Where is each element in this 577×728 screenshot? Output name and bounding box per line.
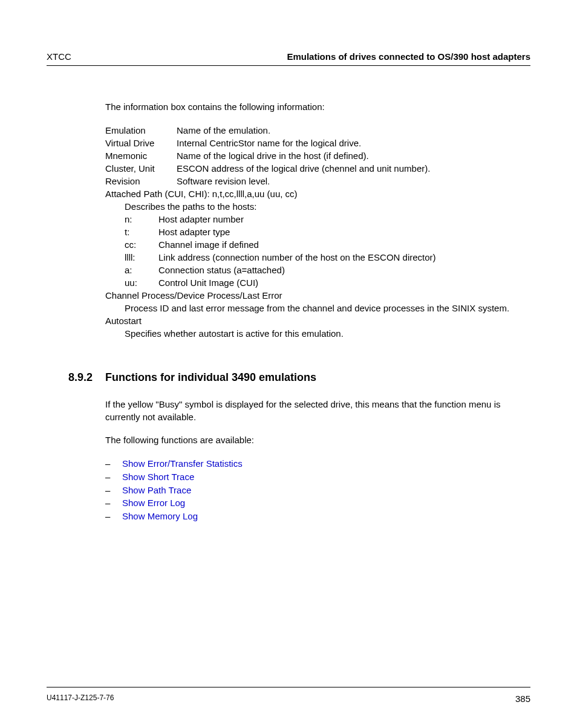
list-item: – Show Short Trace <box>105 470 530 484</box>
path-term: t: <box>125 226 158 238</box>
attached-path-line: Attached Path (CUI, CHI): n,t,cc,llll,a,… <box>105 187 530 200</box>
intro-paragraph: The information box contains the followi… <box>105 101 530 113</box>
path-desc: Host adapter type <box>158 226 530 238</box>
path-term: cc: <box>125 238 158 251</box>
section-title: Functions for individual 3490 emulations <box>105 371 316 384</box>
path-desc: Connection status (a=attached) <box>158 264 530 276</box>
header-right: Emulations of drives connected to OS/390… <box>287 51 530 62</box>
path-term: a: <box>125 264 158 276</box>
path-term-row: cc: Channel image if defined <box>125 238 530 251</box>
attached-path-intro: Describes the paths to the hosts: <box>125 200 530 213</box>
path-desc: Control Unit Image (CUI) <box>158 276 530 289</box>
link-show-memory-log[interactable]: Show Memory Log <box>122 510 198 523</box>
channel-process-line: Channel Process/Device Process/Last Erro… <box>105 289 530 302</box>
def-term: Cluster, Unit <box>105 162 177 175</box>
def-term: Virtual Drive <box>105 137 177 149</box>
path-desc: Channel image if defined <box>158 238 530 251</box>
path-term-row: n: Host adapter number <box>125 213 530 226</box>
def-desc: Name of the emulation. <box>177 124 530 137</box>
functions-intro: The following functions are available: <box>105 434 530 446</box>
link-show-path-trace[interactable]: Show Path Trace <box>122 484 191 497</box>
busy-paragraph: If the yellow "Busy" symbol is displayed… <box>105 398 530 423</box>
autostart-term: Autostart <box>105 314 530 327</box>
path-term-row: t: Host adapter type <box>125 226 530 238</box>
def-term: Revision <box>105 175 177 187</box>
channel-process-desc: Process ID and last error message from t… <box>105 302 530 314</box>
path-term-row: llll: Link address (connection number of… <box>125 251 530 264</box>
path-term: n: <box>125 213 158 226</box>
link-show-error-log[interactable]: Show Error Log <box>122 496 185 510</box>
path-term: llll: <box>125 251 158 264</box>
bullet-dash: – <box>105 457 122 470</box>
list-item: – Show Memory Log <box>105 510 530 523</box>
list-item: – Show Error Log <box>105 496 530 510</box>
def-desc: Name of the logical drive in the host (i… <box>177 149 530 162</box>
definition-list: Emulation Name of the emulation. Virtual… <box>105 124 530 340</box>
definition-row: Virtual Drive Internal CentricStor name … <box>105 137 530 149</box>
definition-row: Revision Software revision level. <box>105 175 530 187</box>
section-number: 8.9.2 <box>47 371 105 384</box>
path-term: uu: <box>125 276 158 289</box>
definition-row: Cluster, Unit ESCON address of the logic… <box>105 162 530 175</box>
header-left: XTCC <box>47 51 71 62</box>
autostart-desc: Specifies whether autostart is active fo… <box>105 327 530 340</box>
list-item: – Show Path Trace <box>105 484 530 497</box>
link-show-short-trace[interactable]: Show Short Trace <box>122 470 194 484</box>
link-show-error-transfer-statistics[interactable]: Show Error/Transfer Statistics <box>122 457 243 470</box>
def-desc: Software revision level. <box>177 175 530 187</box>
def-desc: ESCON address of the logical drive (chen… <box>177 162 530 175</box>
definition-row: Mnemonic Name of the logical drive in th… <box>105 149 530 162</box>
path-term-row: a: Connection status (a=attached) <box>125 264 530 276</box>
def-desc: Internal CentricStor name for the logica… <box>177 137 530 149</box>
def-term: Emulation <box>105 124 177 137</box>
section-heading: 8.9.2 Functions for individual 3490 emul… <box>105 371 530 384</box>
path-desc: Host adapter number <box>158 213 530 226</box>
def-term: Mnemonic <box>105 149 177 162</box>
definition-row: Emulation Name of the emulation. <box>105 124 530 137</box>
bullet-dash: – <box>105 484 122 497</box>
footer-page-number: 385 <box>515 694 530 704</box>
bullet-dash: – <box>105 470 122 484</box>
list-item: – Show Error/Transfer Statistics <box>105 457 530 470</box>
body-content: The information box contains the followi… <box>47 101 530 523</box>
page-header: XTCC Emulations of drives connected to O… <box>47 51 530 66</box>
path-term-row: uu: Control Unit Image (CUI) <box>125 276 530 289</box>
bullet-dash: – <box>105 496 122 510</box>
page-footer: U41117-J-Z125-7-76 385 <box>47 687 530 704</box>
path-desc: Link address (connection number of the h… <box>158 251 530 264</box>
footer-doc-id: U41117-J-Z125-7-76 <box>47 694 114 704</box>
bullet-dash: – <box>105 510 122 523</box>
function-link-list: – Show Error/Transfer Statistics – Show … <box>105 457 530 523</box>
